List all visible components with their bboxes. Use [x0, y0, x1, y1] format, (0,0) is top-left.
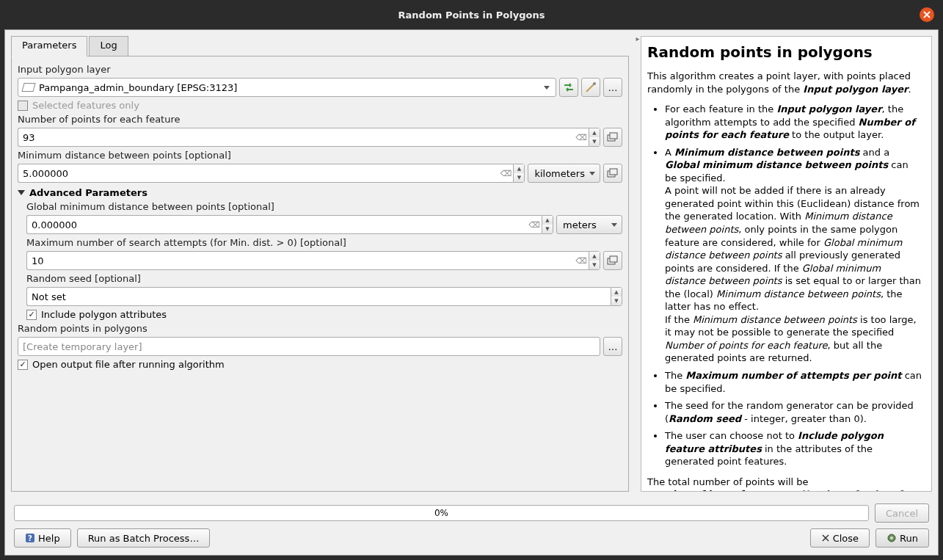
spin-down[interactable]: ▼ [589, 261, 600, 269]
spin-up[interactable]: ▲ [589, 252, 600, 261]
label-seed: Random seed [optional] [26, 273, 622, 284]
output-path-input[interactable]: [Create temporary layer] [18, 337, 600, 356]
selected-only-label: Selected features only [32, 100, 139, 111]
svg-rect-4 [610, 169, 617, 175]
chevron-down-icon [589, 172, 595, 175]
global-min-input[interactable]: ⌫ ▲▼ [26, 215, 553, 234]
spin-down[interactable]: ▼ [589, 137, 600, 146]
num-points-input[interactable]: ⌫ ▲▼ [18, 128, 600, 147]
browse-button[interactable]: … [603, 78, 622, 97]
parameters-pane: Parameters Log Input polygon layer Pampa… [5, 30, 635, 498]
input-layer-combo[interactable]: Pampanga_admin_boundary [EPSG:3123] [18, 78, 556, 97]
label-max-attempts: Maximum number of search attempts (for M… [26, 237, 622, 248]
help-item: The seed for the random generator can be… [665, 399, 922, 425]
cancel-button: Cancel [875, 503, 929, 523]
spin-up[interactable]: ▲ [611, 288, 622, 297]
polygon-layer-icon [21, 83, 35, 92]
include-attrs-label: Include polygon attributes [41, 309, 167, 320]
spin-down[interactable]: ▼ [542, 225, 553, 233]
label-global-min: Global minimum distance between points [… [26, 201, 622, 212]
data-defined-button[interactable] [603, 128, 622, 147]
spin-up[interactable]: ▲ [589, 128, 600, 137]
spin-up[interactable]: ▲ [542, 216, 553, 225]
help-heading: Random points in polygons [647, 43, 922, 62]
titlebar: Random Points in Polygons [0, 0, 943, 29]
clear-icon[interactable]: ⌫ [574, 128, 589, 147]
chevron-down-icon [611, 223, 617, 227]
min-dist-unit-combo[interactable]: kilometers [528, 164, 600, 183]
close-icon [821, 534, 830, 542]
open-after-label: Open output file after running algorithm [32, 359, 225, 370]
help-item: For each feature in the Input polygon la… [665, 103, 922, 142]
help-item: The user can choose not to Include polyg… [665, 429, 922, 468]
open-after-checkbox[interactable]: ✓ [18, 360, 28, 370]
label-input-layer: Input polygon layer [18, 64, 622, 75]
data-defined-button[interactable] [603, 164, 622, 183]
spin-down[interactable]: ▼ [611, 297, 622, 305]
tab-log[interactable]: Log [89, 36, 128, 57]
help-pane[interactable]: Random points in polygons This algorithm… [641, 36, 932, 492]
clear-icon[interactable]: ⌫ [498, 164, 513, 183]
min-dist-input[interactable]: ⌫ ▲▼ [18, 164, 525, 183]
label-output: Random points in polygons [18, 323, 622, 334]
help-total: The total number of points will be 'numb… [647, 476, 922, 492]
chevron-down-icon [544, 86, 550, 90]
spin-down[interactable]: ▼ [514, 173, 524, 182]
help-intro: This algorithm creates a point layer, wi… [647, 70, 922, 95]
help-icon: ? [25, 533, 35, 543]
help-item: The Maximum number of attempts per point… [665, 369, 922, 395]
window-title: Random Points in Polygons [398, 10, 545, 21]
label-min-dist: Minimum distance between points [optiona… [18, 150, 622, 161]
output-browse-button[interactable]: … [603, 337, 622, 356]
spin-up[interactable]: ▲ [514, 164, 524, 173]
run-button[interactable]: Run [875, 528, 929, 548]
selected-only-checkbox [18, 101, 28, 111]
triangle-down-icon [18, 190, 25, 195]
help-item: A Minimum distance between points and a … [665, 146, 922, 365]
advanced-parameters-toggle[interactable]: Advanced Parameters [18, 187, 622, 198]
label-num-points: Number of points for each feature [18, 114, 622, 125]
dialog-body: Parameters Log Input polygon layer Pampa… [4, 29, 939, 556]
max-attempts-input[interactable]: ⌫ ▲▼ [26, 251, 600, 270]
data-defined-button[interactable] [603, 251, 622, 270]
run-batch-button[interactable]: Run as Batch Process… [77, 528, 211, 548]
close-button[interactable]: Close [810, 528, 870, 548]
global-min-unit-combo[interactable]: meters [556, 215, 622, 234]
gear-icon [886, 533, 897, 543]
svg-text:?: ? [28, 534, 32, 542]
svg-point-10 [890, 537, 893, 539]
iterate-button[interactable] [559, 78, 578, 97]
advanced-options-button[interactable] [581, 78, 600, 97]
progress-bar: 0% [14, 505, 869, 521]
global-min-field[interactable] [26, 215, 527, 234]
tab-parameters[interactable]: Parameters [11, 36, 87, 57]
seed-input[interactable]: ▲▼ [26, 287, 622, 306]
splitter-handle[interactable]: ▸ [635, 30, 641, 498]
svg-point-0 [593, 82, 596, 85]
max-attempts-field[interactable] [26, 251, 574, 270]
window-close-button[interactable] [920, 7, 934, 22]
include-attrs-checkbox[interactable]: ✓ [26, 310, 37, 320]
svg-rect-2 [610, 133, 617, 139]
seed-field[interactable] [26, 287, 611, 306]
svg-rect-6 [610, 256, 617, 262]
input-layer-value: Pampanga_admin_boundary [EPSG:3123] [39, 82, 237, 93]
clear-icon[interactable]: ⌫ [574, 251, 589, 270]
min-dist-field[interactable] [18, 164, 498, 183]
num-points-field[interactable] [18, 128, 574, 147]
clear-icon[interactable]: ⌫ [527, 215, 542, 234]
help-button[interactable]: ? Help [14, 528, 71, 548]
